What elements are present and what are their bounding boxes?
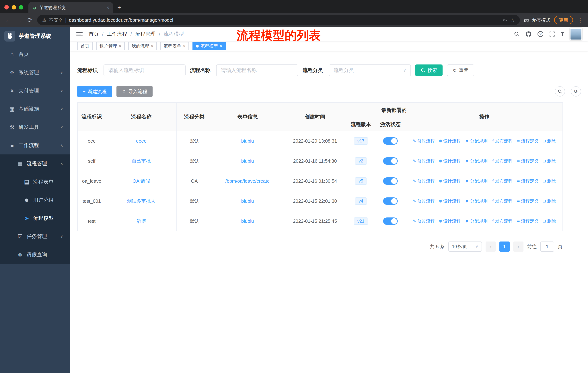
modify-process-action[interactable]: ✎修改流程	[413, 178, 435, 184]
import-process-button[interactable]: ↥ 导入流程	[116, 86, 153, 97]
delete-action[interactable]: ⊟删除	[543, 158, 556, 164]
traffic-light-minimize[interactable]	[12, 5, 16, 10]
sidebar-item-system[interactable]: ⚙ 系统管理 ∨	[0, 63, 70, 81]
delete-action[interactable]: ⊟删除	[543, 178, 556, 184]
tab-close-icon[interactable]: ×	[106, 5, 109, 10]
create-process-button[interactable]: + 新建流程	[77, 86, 112, 97]
font-size-icon[interactable]: T	[561, 31, 564, 37]
assign-rule-action[interactable]: ☻分配规则	[465, 178, 488, 184]
goto-page-input[interactable]	[540, 242, 554, 252]
tag-home[interactable]: 首页	[77, 42, 93, 50]
assign-rule-action[interactable]: ☻分配规则	[465, 218, 488, 224]
design-process-action[interactable]: ⊕设计流程	[439, 158, 461, 164]
sidebar-item-payment[interactable]: ¥ 支付管理 ∨	[0, 81, 70, 100]
process-id-input[interactable]	[104, 64, 186, 76]
design-process-action[interactable]: ⊕设计流程	[439, 218, 461, 224]
process-definition-action[interactable]: ≣流程定义	[516, 198, 538, 204]
modify-process-action[interactable]: ✎修改流程	[413, 198, 435, 204]
process-name-link[interactable]: 测试多审批人	[127, 198, 156, 204]
breadcrumb-home[interactable]: 首页	[89, 30, 99, 38]
process-name-link[interactable]: 滔博	[136, 218, 146, 224]
form-info-link[interactable]: biubiu	[241, 198, 254, 204]
tag-tenant-manage[interactable]: 租户管理 ×	[96, 42, 125, 50]
table-search-toggle-button[interactable]	[555, 86, 565, 97]
sidebar-item-user-group[interactable]: ☻ 用户分组	[0, 191, 70, 209]
process-definition-action[interactable]: ≣流程定义	[516, 158, 538, 164]
delete-action[interactable]: ⊟删除	[543, 138, 556, 144]
next-page-button[interactable]: ›	[513, 242, 524, 252]
form-info-link[interactable]: biubiu	[241, 218, 254, 224]
user-avatar[interactable]	[570, 28, 582, 40]
sidebar-item-process-form[interactable]: ▤ 流程表单	[0, 173, 70, 191]
browser-menu-icon[interactable]: ⋮	[577, 17, 584, 23]
process-name-link[interactable]: eeee	[136, 138, 147, 144]
publish-process-action[interactable]: ☝发布流程	[492, 178, 513, 184]
modify-process-action[interactable]: ✎修改流程	[413, 158, 435, 164]
modify-process-action[interactable]: ✎修改流程	[413, 218, 435, 224]
process-definition-action[interactable]: ≣流程定义	[516, 138, 538, 144]
sidebar-item-process-manage[interactable]: ≣ 流程管理 ∧	[0, 154, 70, 173]
tag-my-process[interactable]: 我的流程 ×	[128, 42, 157, 50]
security-label[interactable]: 不安全	[49, 17, 63, 23]
current-page-button[interactable]: 1	[499, 242, 510, 252]
process-name-input[interactable]	[216, 64, 298, 76]
design-process-action[interactable]: ⊕设计流程	[439, 178, 461, 184]
breadcrumb-workflow[interactable]: 工作流程	[107, 30, 127, 38]
sidebar-item-process-model[interactable]: ➤ 流程模型	[0, 209, 70, 227]
sidebar-item-workflow[interactable]: ▣ 工作流程 ∧	[0, 136, 70, 154]
close-icon[interactable]: ×	[183, 43, 186, 49]
publish-process-action[interactable]: ☝发布流程	[492, 138, 513, 144]
delete-action[interactable]: ⊟删除	[543, 198, 556, 204]
form-info-link[interactable]: biubiu	[241, 138, 254, 144]
assign-rule-action[interactable]: ☻分配规则	[465, 138, 488, 144]
category-select[interactable]: 流程分类 ∨	[329, 64, 411, 76]
reset-button[interactable]: ↻ 重置	[447, 64, 474, 76]
github-icon[interactable]	[525, 31, 532, 37]
reload-icon[interactable]: ⟳	[26, 17, 33, 23]
active-toggle[interactable]	[383, 197, 398, 205]
prev-page-button[interactable]: ‹	[486, 242, 496, 252]
star-icon[interactable]: ☆	[511, 18, 515, 23]
assign-rule-action[interactable]: ☻分配规则	[465, 198, 488, 204]
search-icon[interactable]	[514, 31, 520, 37]
breadcrumb-process-manage[interactable]: 流程管理	[135, 30, 156, 38]
help-icon[interactable]: ?	[537, 31, 543, 37]
traffic-light-zoom[interactable]	[19, 5, 23, 10]
sidebar-item-leave-query[interactable]: ☺ 请假查询	[0, 245, 70, 264]
sidebar-item-task-manage[interactable]: ☑ 任务管理 ∨	[0, 227, 70, 245]
back-icon[interactable]: ←	[4, 17, 12, 23]
close-icon[interactable]: ×	[151, 43, 153, 49]
page-size-select[interactable]: 10条/页 ∨	[448, 242, 482, 252]
hamburger-icon[interactable]	[76, 32, 83, 36]
publish-process-action[interactable]: ☝发布流程	[492, 218, 513, 224]
active-toggle[interactable]	[383, 137, 398, 145]
active-toggle[interactable]	[383, 157, 398, 165]
sidebar-item-home[interactable]: ⌂ 首页	[0, 45, 70, 63]
process-definition-action[interactable]: ≣流程定义	[516, 178, 538, 184]
forward-icon[interactable]: →	[15, 17, 23, 23]
fullscreen-icon[interactable]	[549, 31, 555, 37]
active-toggle[interactable]	[383, 177, 398, 185]
update-button[interactable]: 更新	[554, 16, 573, 24]
url-text[interactable]: dashboard.yudao.iocoder.cn/bpm/manager/m…	[69, 17, 173, 23]
close-icon[interactable]: ×	[220, 43, 222, 49]
modify-process-action[interactable]: ✎修改流程	[413, 138, 435, 144]
new-tab-button[interactable]: +	[117, 4, 121, 11]
publish-process-action[interactable]: ☝发布流程	[492, 198, 513, 204]
tag-process-form[interactable]: 流程表单 ×	[160, 42, 189, 50]
search-button[interactable]: 搜索	[415, 64, 442, 76]
traffic-light-close[interactable]	[4, 5, 9, 10]
process-name-link[interactable]: OA 请假	[133, 178, 150, 184]
password-key-icon[interactable]	[503, 17, 508, 23]
active-toggle[interactable]	[383, 217, 398, 225]
form-info-link[interactable]: /bpm/oa/leave/create	[225, 178, 270, 184]
browser-tab[interactable]: 芋道管理系统 ×	[28, 2, 113, 13]
delete-action[interactable]: ⊟删除	[543, 218, 556, 224]
design-process-action[interactable]: ⊕设计流程	[439, 198, 461, 204]
assign-rule-action[interactable]: ☻分配规则	[465, 158, 488, 164]
form-info-link[interactable]: biubiu	[241, 158, 254, 164]
process-definition-action[interactable]: ≣流程定义	[516, 218, 538, 224]
close-icon[interactable]: ×	[119, 43, 121, 49]
table-refresh-button[interactable]: ⟳	[571, 86, 581, 97]
process-name-link[interactable]: 自己审批	[132, 158, 151, 164]
